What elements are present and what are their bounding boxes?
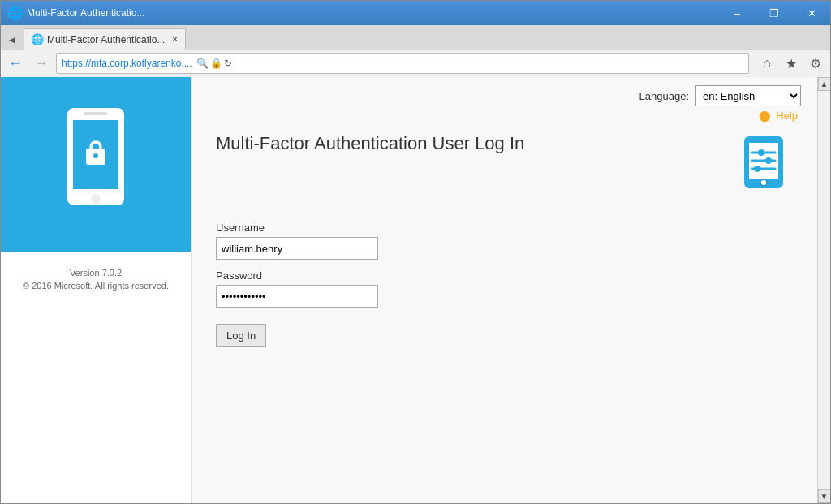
sidebar: Version 7.0.2 © 2016 Microsoft. All righ… bbox=[1, 77, 192, 503]
svg-point-2 bbox=[91, 194, 101, 204]
sidebar-version: Version 7.0.2 bbox=[70, 268, 122, 278]
section-divider bbox=[216, 205, 793, 205]
refresh-icon: ↻ bbox=[224, 58, 232, 69]
sidebar-copyright: © 2016 Microsoft. All rights reserved. bbox=[23, 281, 169, 291]
back-button[interactable]: ← bbox=[4, 52, 27, 75]
svg-point-9 bbox=[758, 149, 764, 156]
home-button[interactable]: ⌂ bbox=[756, 52, 778, 75]
help-link[interactable]: Help bbox=[776, 110, 798, 122]
language-select[interactable]: en: English fr: French de: German es: Sp… bbox=[695, 85, 801, 106]
language-label: Language: bbox=[639, 90, 689, 102]
restore-button[interactable]: ❐ bbox=[756, 1, 793, 25]
scroll-track[interactable] bbox=[818, 91, 831, 489]
title-bar: 🌐 Multi-Factor Authenticatio... – ❐ ✕ bbox=[1, 1, 830, 25]
help-row: ⬤ Help bbox=[192, 110, 817, 122]
title-bar-left: 🌐 Multi-Factor Authenticatio... bbox=[7, 6, 144, 21]
help-icon: ⬤ bbox=[759, 110, 771, 122]
page-title: Multi-Factor Authentication User Log In bbox=[216, 133, 524, 154]
active-tab[interactable]: 🌐 Multi-Factor Authenticatio... ✕ bbox=[24, 28, 186, 50]
search-icon: 🔍 bbox=[196, 58, 209, 69]
sidebar-logo bbox=[1, 77, 191, 252]
svg-point-13 bbox=[754, 166, 760, 172]
svg-point-11 bbox=[765, 157, 772, 164]
scrollbar-right: ▲ ▼ bbox=[817, 77, 830, 503]
content-body: Multi-Factor Authentication User Log In bbox=[192, 125, 817, 503]
address-text: https://mfa.corp.kotlyarenko.... bbox=[62, 58, 195, 69]
main-content: Language: en: English fr: French de: Ger… bbox=[192, 77, 817, 503]
browser-toolbar: ⌂ ★ ⚙ bbox=[756, 52, 827, 75]
svg-point-14 bbox=[760, 179, 767, 186]
tab-scroll-left[interactable]: ◂ bbox=[1, 28, 24, 50]
settings-button[interactable]: ⚙ bbox=[804, 52, 827, 75]
tab-close-button[interactable]: ✕ bbox=[171, 34, 179, 45]
minimize-button[interactable]: – bbox=[718, 1, 756, 25]
username-group: Username bbox=[216, 222, 793, 260]
window-controls: – ❐ ✕ bbox=[718, 1, 830, 25]
tab-title: Multi-Factor Authenticatio... bbox=[47, 34, 165, 45]
tab-bar: ◂ 🌐 Multi-Factor Authenticatio... ✕ bbox=[1, 25, 830, 50]
forward-button[interactable]: → bbox=[30, 52, 53, 75]
close-button[interactable]: ✕ bbox=[793, 1, 830, 25]
phone-logo-icon bbox=[55, 104, 136, 226]
username-label: Username bbox=[216, 222, 793, 234]
password-group: Password bbox=[216, 269, 793, 308]
username-input[interactable] bbox=[216, 237, 378, 260]
scroll-down-button[interactable]: ▼ bbox=[818, 489, 831, 503]
browser-icon: 🌐 bbox=[7, 6, 24, 21]
favorites-button[interactable]: ★ bbox=[780, 52, 803, 75]
svg-point-5 bbox=[93, 153, 98, 158]
login-button[interactable]: Log In bbox=[216, 324, 266, 347]
password-label: Password bbox=[216, 269, 793, 282]
window-title: Multi-Factor Authenticatio... bbox=[27, 7, 144, 19]
mobile-settings-icon bbox=[734, 133, 793, 192]
scroll-up-button[interactable]: ▲ bbox=[818, 77, 831, 91]
top-bar: Language: en: English fr: French de: Ger… bbox=[192, 77, 817, 110]
browser-window: 🌐 Multi-Factor Authenticatio... – ❐ ✕ ◂ … bbox=[0, 0, 831, 504]
tab-favicon: 🌐 bbox=[31, 33, 44, 45]
address-input[interactable]: https://mfa.corp.kotlyarenko.... 🔍 🔒 ↻ bbox=[56, 53, 749, 74]
browser-content: Version 7.0.2 © 2016 Microsoft. All righ… bbox=[1, 77, 830, 503]
address-bar: ← → https://mfa.corp.kotlyarenko.... 🔍 🔒… bbox=[1, 50, 830, 77]
lock-icon: 🔒 bbox=[210, 58, 222, 69]
page: Version 7.0.2 © 2016 Microsoft. All righ… bbox=[1, 77, 817, 503]
password-input[interactable] bbox=[216, 285, 378, 308]
page-header: Multi-Factor Authentication User Log In bbox=[216, 133, 793, 192]
svg-rect-3 bbox=[84, 112, 108, 115]
